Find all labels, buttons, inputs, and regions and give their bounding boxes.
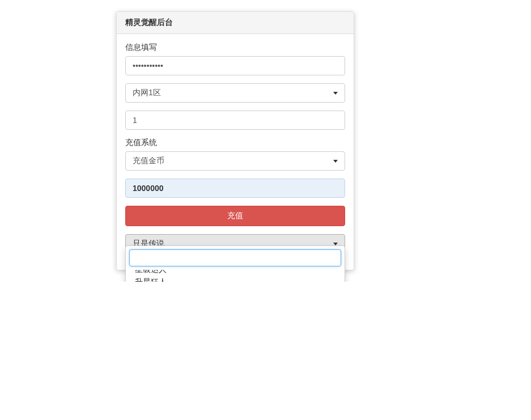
recharge-type-value: 充值金币 <box>133 156 164 166</box>
dropdown-search-input[interactable] <box>129 249 341 266</box>
number-input[interactable] <box>125 111 345 130</box>
password-input[interactable] <box>125 56 345 75</box>
dropdown-item-label: 升星狂人 <box>135 277 167 282</box>
admin-panel: 精灵觉醒后台 信息填写 内网1区 充值系统 充值金币 充值 只是传说 <box>116 11 354 270</box>
panel-body: 信息填写 内网1区 充值系统 充值金币 充值 只是传说 星级达人升 <box>117 34 354 270</box>
dropdown-item[interactable]: 升星狂人 <box>126 275 345 282</box>
amount-input[interactable] <box>125 179 345 198</box>
zone-select-value: 内网1区 <box>133 88 161 98</box>
dropdown-item-label: 星级达人 <box>135 270 167 275</box>
task-dropdown-container: 只是传说 星级达人升星狂人完美觉醒稀有宝物不可能任务只是传说✓斯巴达勇士送人玫瑰… <box>125 234 345 253</box>
caret-down-icon <box>333 92 338 95</box>
zone-select[interactable]: 内网1区 <box>125 83 345 103</box>
recharge-button[interactable]: 充值 <box>125 206 345 226</box>
dropdown-search-wrapper <box>126 246 345 270</box>
caret-down-icon <box>333 160 338 163</box>
section-info-label: 信息填写 <box>125 43 345 53</box>
caret-down-icon <box>333 243 338 245</box>
task-dropdown-menu: 星级达人升星狂人完美觉醒稀有宝物不可能任务只是传说✓斯巴达勇士送人玫瑰大力出奇迹… <box>125 245 345 282</box>
recharge-type-select[interactable]: 充值金币 <box>125 151 345 171</box>
section-recharge-label: 充值系统 <box>125 138 345 148</box>
dropdown-item[interactable]: 星级达人 <box>126 270 345 275</box>
panel-title: 精灵觉醒后台 <box>117 12 354 34</box>
dropdown-list[interactable]: 星级达人升星狂人完美觉醒稀有宝物不可能任务只是传说✓斯巴达勇士送人玫瑰大力出奇迹… <box>126 270 345 282</box>
